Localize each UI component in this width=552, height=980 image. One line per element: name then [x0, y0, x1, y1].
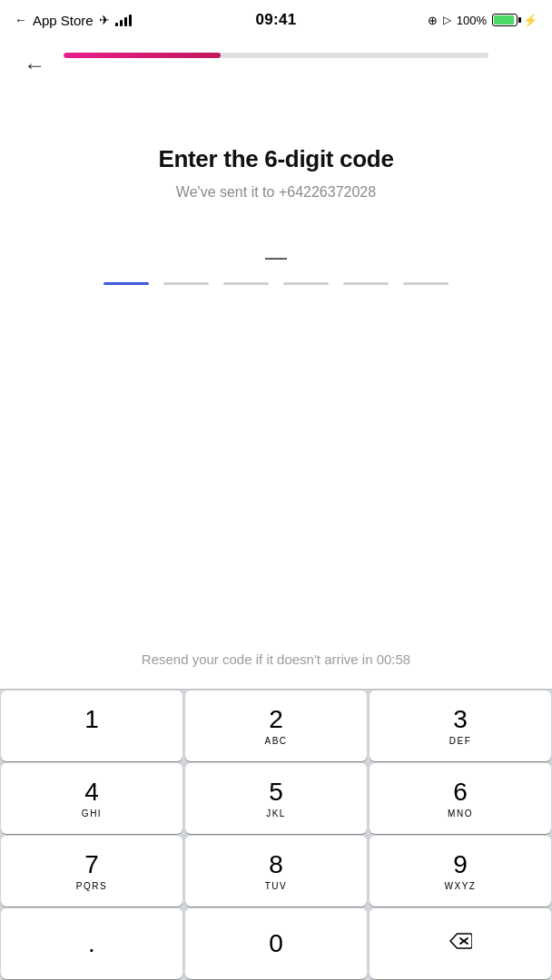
key-9[interactable]: 9 WXYZ [370, 836, 551, 906]
resend-text: Resend your code if it doesn't arrive in… [0, 652, 552, 667]
status-left: ← App Store ✈ [15, 13, 132, 28]
back-arrow-icon: ← [24, 53, 45, 78]
code-cursor: — [27, 246, 525, 268]
status-bar: ← App Store ✈ 09:41 ⊕ ▷ 100% ⚡ [0, 0, 552, 40]
keyboard-row-1: 1 2 ABC 3 DEF [0, 690, 552, 762]
code-digit-1 [104, 282, 149, 285]
airplane-icon: ✈ [99, 13, 110, 27]
key-6[interactable]: 6 MNO [370, 763, 551, 834]
keyboard-row-3: 7 PQRS 8 TUV 9 WXYZ [0, 835, 552, 907]
back-button[interactable]: ← [18, 49, 51, 82]
status-right: ⊕ ▷ 100% ⚡ [428, 14, 537, 27]
key-5[interactable]: 5 JKL [185, 763, 367, 834]
keyboard-row-4: . 0 [0, 907, 552, 980]
progress-fill [64, 53, 221, 58]
back-arrow-status-icon: ← [15, 13, 27, 27]
main-content: Enter the 6-digit code We've sent it to … [0, 91, 552, 285]
key-4[interactable]: 4 GHI [1, 763, 182, 834]
keyboard-row-2: 4 GHI 5 JKL 6 MNO [0, 762, 552, 835]
progress-bar-container [64, 53, 488, 58]
key-0[interactable]: 0 [185, 908, 367, 979]
nav-bar: ← [0, 40, 552, 91]
code-digit-2 [163, 282, 209, 285]
code-digit-4 [283, 282, 329, 285]
subtitle-text: We've sent it to +64226372028 [27, 184, 525, 201]
status-time: 09:41 [256, 11, 297, 29]
key-2[interactable]: 2 ABC [185, 691, 367, 761]
code-digit-3 [223, 282, 269, 285]
location-icon: ⊕ [428, 14, 438, 27]
key-dot[interactable]: . [1, 908, 182, 979]
key-1[interactable]: 1 [1, 691, 182, 761]
numeric-keyboard: 1 2 ABC 3 DEF 4 GHI 5 JKL 6 MNO 7 PQRS [0, 689, 552, 980]
key-delete[interactable] [370, 908, 551, 979]
page-title: Enter the 6-digit code [27, 145, 525, 173]
key-3[interactable]: 3 DEF [370, 691, 551, 761]
battery-percent: 100% [457, 14, 487, 27]
key-8[interactable]: 8 TUV [185, 836, 367, 906]
delete-icon [448, 932, 472, 956]
app-store-label: App Store [33, 13, 94, 28]
battery-icon [492, 14, 518, 26]
code-digit-5 [343, 282, 389, 285]
key-7[interactable]: 7 PQRS [1, 836, 182, 906]
progress-track [64, 53, 488, 58]
code-digit-6 [403, 282, 448, 285]
navigation-icon: ▷ [443, 14, 451, 26]
signal-icon [115, 14, 132, 26]
code-input-dots[interactable] [27, 282, 525, 285]
charging-icon: ⚡ [523, 14, 537, 27]
